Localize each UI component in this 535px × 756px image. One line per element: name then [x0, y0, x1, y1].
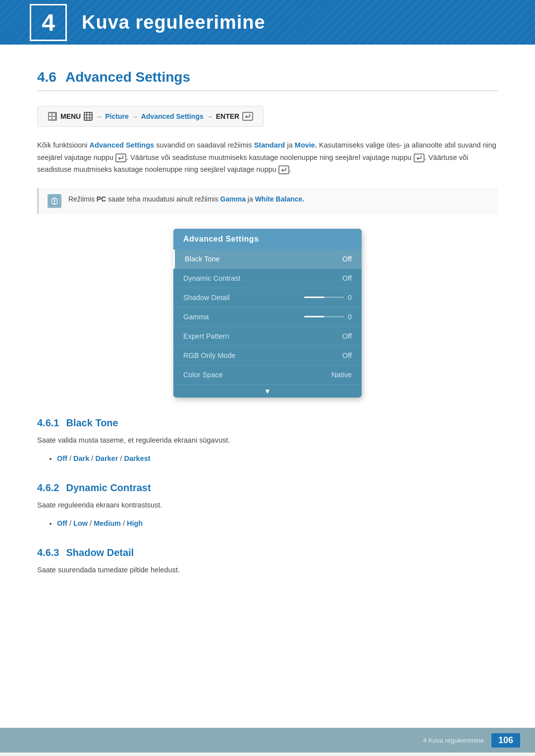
- opt-high-dc: High: [127, 519, 143, 527]
- subsection-number-shadow-detail: 4.6.3: [37, 547, 59, 558]
- item-value-rgb-only-mode: Off: [342, 352, 352, 359]
- item-name-black-tone: Black Tone: [185, 255, 220, 263]
- opt-off-bt: Off: [57, 454, 67, 462]
- main-content: 4.6Advanced Settings MENU → Picture → Ad…: [0, 45, 535, 753]
- gamma-slider-fill: [304, 316, 324, 317]
- subsection-heading-black-tone: 4.6.1Black Tone: [37, 417, 498, 429]
- svg-rect-1: [49, 113, 52, 116]
- subsection-number-dynamic-contrast: 4.6.2: [37, 482, 59, 493]
- item-name-color-space: Color Space: [183, 371, 223, 379]
- subsection-desc-black-tone: Saate valida musta taseme, et reguleerid…: [37, 435, 498, 446]
- enter-icon: [242, 112, 253, 121]
- footer-page-number: 106: [491, 733, 520, 748]
- subsection-desc-shadow-detail: Saate suurendada tumedate piltide heledu…: [37, 564, 498, 576]
- svg-rect-0: [48, 112, 57, 121]
- shadow-detail-slider-track: [304, 297, 344, 298]
- chapter-header: 4 Kuva reguleerimine: [0, 0, 535, 45]
- menu-label: MENU: [60, 112, 81, 120]
- enter-label: ENTER: [216, 112, 239, 120]
- opt-dark-bt: Dark: [73, 454, 89, 462]
- subsection-heading-dynamic-contrast: 4.6.2Dynamic Contrast: [37, 482, 498, 494]
- footer-chapter-text: 4 Kuva reguleerimine: [423, 737, 484, 744]
- menu-item-shadow-detail[interactable]: Shadow Detail 0: [173, 288, 362, 307]
- svg-rect-2: [53, 113, 55, 116]
- item-name-dynamic-contrast: Dynamic Contrast: [183, 274, 240, 282]
- menu-item-black-tone[interactable]: Black Tone Off: [173, 250, 362, 269]
- black-tone-options-item: Off / Dark / Darker / Darkest: [57, 452, 498, 465]
- item-value-expert-pattern: Off: [342, 332, 352, 340]
- item-name-gamma: Gamma: [183, 313, 209, 321]
- opt-darkest-bt: Darkest: [124, 454, 150, 462]
- shadow-detail-slider-bar: 0: [304, 294, 352, 302]
- section-number: 4.6: [37, 69, 56, 85]
- subsection-title-black-tone: Black Tone: [66, 417, 118, 428]
- menu-item-expert-pattern[interactable]: Expert Pattern Off: [173, 327, 362, 346]
- subsection-heading-shadow-detail: 4.6.3Shadow Detail: [37, 547, 498, 558]
- menu-item-color-space[interactable]: Color Space Native: [173, 365, 362, 385]
- item-name-rgb-only-mode: RGB Only Mode: [183, 352, 236, 359]
- opt-medium-dc: Medium: [94, 519, 121, 527]
- note-box: Režiimis PC saate teha muudatusi ainult …: [37, 188, 498, 214]
- arrow2: →: [132, 113, 138, 120]
- enter-icon-inline1: [115, 153, 126, 162]
- svg-rect-3: [49, 117, 52, 119]
- subsection-desc-dynamic-contrast: Saate reguleerida ekraani kontrastsust.: [37, 500, 498, 511]
- svg-rect-13: [279, 166, 289, 174]
- note-text: Režiimis PC saate teha muudatusi ainult …: [68, 194, 304, 204]
- enter-icon-inline2: [414, 153, 425, 162]
- menu-item-dynamic-contrast[interactable]: Dynamic Contrast Off: [173, 269, 362, 288]
- opt-low-dc: Low: [73, 519, 88, 527]
- svg-rect-4: [53, 117, 55, 119]
- svg-rect-5: [84, 112, 92, 120]
- section-title: Advanced Settings: [65, 69, 190, 85]
- dynamic-contrast-options-item: Off / Low / Medium / High: [57, 517, 498, 530]
- item-value-dynamic-contrast: Off: [342, 274, 352, 282]
- subsection-title-dynamic-contrast: Dynamic Contrast: [66, 482, 151, 493]
- item-value-color-space: Native: [331, 371, 352, 379]
- arrow1: →: [96, 113, 102, 120]
- settings-menu-container: Advanced Settings Black Tone Off Dynamic…: [37, 229, 498, 398]
- gamma-slider-track: [304, 316, 344, 317]
- opt-sep3-dc: /: [123, 519, 127, 527]
- menu-item-rgb-only-mode[interactable]: RGB Only Mode Off: [173, 346, 362, 365]
- opt-sep2-dc: /: [90, 519, 94, 527]
- svg-rect-10: [243, 112, 253, 120]
- item-value-black-tone: Off: [342, 255, 352, 263]
- dynamic-contrast-options: Off / Low / Medium / High: [37, 517, 498, 530]
- picture-label: Picture: [105, 112, 128, 120]
- menu-path: MENU → Picture → Advanced Settings → ENT…: [37, 106, 264, 127]
- opt-sep1-dc: /: [69, 519, 73, 527]
- opt-darker-bt: Darker: [95, 454, 118, 462]
- advanced-label: Advanced Settings: [141, 112, 204, 120]
- footer: 4 Kuva reguleerimine 106: [0, 728, 535, 753]
- subsection-title-shadow-detail: Shadow Detail: [66, 547, 134, 558]
- settings-menu[interactable]: Advanced Settings Black Tone Off Dynamic…: [173, 229, 362, 398]
- item-name-shadow-detail: Shadow Detail: [183, 294, 230, 302]
- shadow-detail-slider-fill: [304, 297, 324, 298]
- subsection-shadow-detail: 4.6.3Shadow Detail Saate suurendada tume…: [37, 547, 498, 576]
- item-value-shadow-detail: 0: [348, 294, 352, 302]
- gamma-slider-bar: 0: [304, 313, 352, 321]
- item-value-gamma: 0: [348, 313, 352, 321]
- enter-icon-inline3: [278, 165, 289, 174]
- subsection-black-tone: 4.6.1Black Tone Saate valida musta tasem…: [37, 417, 498, 465]
- black-tone-options: Off / Dark / Darker / Darkest: [37, 452, 498, 465]
- subsection-dynamic-contrast: 4.6.2Dynamic Contrast Saate reguleerida …: [37, 482, 498, 530]
- subsection-number-black-tone: 4.6.1: [37, 417, 59, 428]
- settings-menu-header: Advanced Settings: [173, 229, 362, 250]
- svg-rect-12: [414, 154, 424, 162]
- body-paragraph: Kõik funktsiooni Advanced Settings suvan…: [37, 139, 498, 176]
- menu-item-gamma[interactable]: Gamma 0: [173, 307, 362, 327]
- arrow3: →: [207, 113, 213, 120]
- opt-off-dc: Off: [57, 519, 67, 527]
- scroll-down-indicator: ▼: [173, 385, 362, 398]
- diagonal-decoration: [0, 0, 535, 45]
- section-heading: 4.6Advanced Settings: [37, 69, 498, 91]
- item-name-expert-pattern: Expert Pattern: [183, 332, 229, 340]
- svg-rect-11: [116, 154, 126, 162]
- menu-icon: [48, 111, 57, 121]
- grid-icon: [84, 112, 93, 121]
- note-icon: [48, 194, 61, 208]
- opt-sep1-bt: /: [69, 454, 73, 462]
